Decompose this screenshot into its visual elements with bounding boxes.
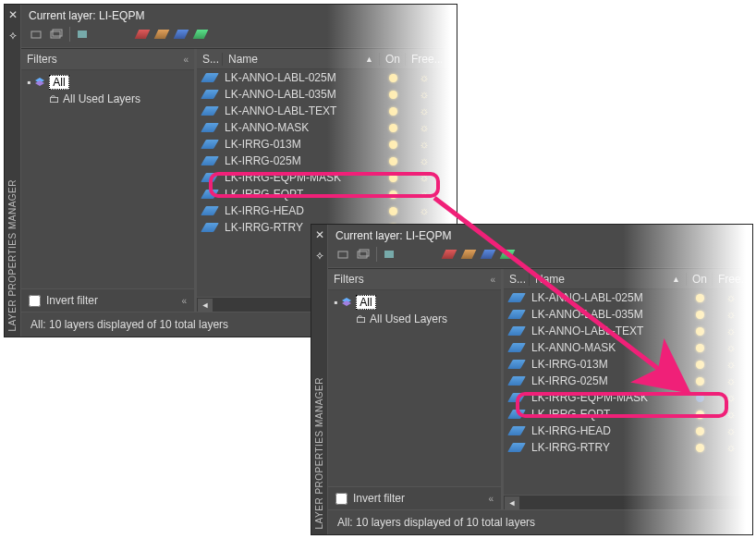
layer-swatch-green[interactable] <box>192 27 209 42</box>
tree-root[interactable]: ▪ All <box>27 74 189 91</box>
collapse-chevron-icon[interactable]: « <box>488 494 494 504</box>
layer-swatch-red[interactable] <box>134 27 151 42</box>
layer-on-toggle[interactable] <box>687 394 713 402</box>
table-row[interactable]: LK-IRRG-EQPT☼ <box>504 406 752 423</box>
layer-swatch-orange[interactable] <box>153 27 170 42</box>
layer-name[interactable]: LK-IRRG-RTRY <box>530 441 687 454</box>
layer-name[interactable]: LK-IRRG-EQPT <box>530 408 687 421</box>
table-row[interactable]: LK-IRRG-EQPT☼ <box>197 186 457 202</box>
layer-freeze-toggle[interactable]: ☼ <box>406 204 443 217</box>
table-row[interactable]: LK-IRRG-RTRY☼ <box>504 439 752 456</box>
layer-on-toggle[interactable] <box>380 74 406 82</box>
table-row[interactable]: LK-IRRG-HEAD☼ <box>504 423 752 439</box>
layer-name[interactable]: LK-ANNO-MASK <box>223 121 380 134</box>
layer-on-toggle[interactable] <box>380 190 406 199</box>
table-row[interactable]: LK-ANNO-LABL-035M☼ <box>197 86 457 103</box>
layer-on-toggle[interactable] <box>687 311 713 319</box>
col-on[interactable]: On <box>687 273 713 286</box>
scroll-left-icon[interactable]: ◄ <box>505 496 519 509</box>
collapse-chevron-icon[interactable]: « <box>181 296 187 306</box>
layer-swatch-green[interactable] <box>499 247 516 262</box>
new-group-icon[interactable] <box>355 247 372 262</box>
layer-on-toggle[interactable] <box>380 174 406 182</box>
col-name[interactable]: Name ▲ <box>530 273 687 286</box>
pin-icon[interactable]: ⟡ <box>6 29 19 42</box>
layer-name[interactable]: LK-IRRG-025M <box>530 374 687 387</box>
layer-name[interactable]: LK-IRRG-EQPM-MASK <box>223 171 380 184</box>
layer-on-toggle[interactable] <box>687 327 713 336</box>
layer-states-icon[interactable] <box>382 247 398 262</box>
expand-icon[interactable]: ▪ <box>27 76 30 89</box>
new-group-icon[interactable] <box>48 27 65 42</box>
layer-on-toggle[interactable] <box>687 410 713 419</box>
table-row[interactable]: LK-IRRG-025M☼ <box>504 373 752 389</box>
close-icon[interactable]: ✕ <box>6 8 19 21</box>
table-row[interactable]: LK-ANNO-LABL-TEXT☼ <box>504 323 752 339</box>
layer-freeze-toggle[interactable]: ☼ <box>713 291 750 304</box>
layer-on-toggle[interactable] <box>687 294 713 302</box>
table-row[interactable]: LK-ANNO-MASK☼ <box>197 119 457 136</box>
layer-name[interactable]: LK-IRRG-EQPM-MASK <box>530 391 687 404</box>
layer-name[interactable]: LK-ANNO-LABL-TEXT <box>530 325 687 337</box>
layer-freeze-toggle[interactable]: ☼ <box>713 374 750 387</box>
layer-freeze-toggle[interactable]: ☼ <box>406 104 443 117</box>
invert-filter-checkbox[interactable] <box>335 493 348 505</box>
layer-on-toggle[interactable] <box>687 377 713 386</box>
table-row[interactable]: LK-ANNO-LABL-025M☼ <box>504 289 752 306</box>
new-filter-icon[interactable] <box>29 27 45 42</box>
layer-freeze-toggle[interactable]: ☼ <box>713 341 750 354</box>
layer-freeze-toggle[interactable]: ☼ <box>713 408 750 421</box>
table-row[interactable]: LK-IRRG-013M☼ <box>504 356 752 373</box>
tree-child[interactable]: 🗀 All Used Layers <box>27 91 189 107</box>
table-row[interactable]: LK-ANNO-LABL-TEXT☼ <box>197 103 457 119</box>
layer-on-toggle[interactable] <box>380 91 406 99</box>
layer-swatch-blue[interactable] <box>480 247 496 262</box>
col-freeze[interactable]: Free... <box>406 53 443 66</box>
filters-header[interactable]: Filters « <box>328 269 501 290</box>
layer-name[interactable]: LK-ANNO-MASK <box>530 341 687 354</box>
pin-icon[interactable]: ⟡ <box>313 249 326 262</box>
expand-icon[interactable]: ▪ <box>334 296 337 309</box>
layer-freeze-toggle[interactable]: ☼ <box>406 121 443 134</box>
table-row[interactable]: LK-ANNO-LABL-035M☼ <box>504 306 752 323</box>
layer-name[interactable]: LK-IRRG-013M <box>223 138 380 151</box>
layer-swatch-orange[interactable] <box>460 247 477 262</box>
invert-filter-checkbox[interactable] <box>29 295 41 307</box>
layer-freeze-toggle[interactable]: ☼ <box>406 188 443 201</box>
table-row[interactable]: LK-IRRG-HEAD☼ <box>197 202 457 219</box>
layer-swatch-blue[interactable] <box>173 27 189 42</box>
table-row[interactable]: LK-ANNO-MASK☼ <box>504 339 752 356</box>
collapse-chevron-icon[interactable]: « <box>490 275 495 285</box>
layer-freeze-toggle[interactable]: ☼ <box>713 424 750 437</box>
layer-name[interactable]: LK-IRRG-025M <box>223 154 380 167</box>
layer-states-icon[interactable] <box>75 27 91 42</box>
filters-header[interactable]: Filters « <box>21 49 194 70</box>
layer-swatch-red[interactable] <box>441 247 457 262</box>
layer-name[interactable]: LK-IRRG-HEAD <box>223 204 380 217</box>
close-icon[interactable]: ✕ <box>313 228 326 241</box>
layer-on-toggle[interactable] <box>687 361 713 369</box>
col-name[interactable]: Name ▲ <box>223 53 380 66</box>
layer-freeze-toggle[interactable]: ☼ <box>406 138 443 151</box>
layer-on-toggle[interactable] <box>380 124 406 132</box>
layer-on-toggle[interactable] <box>380 157 406 165</box>
table-row[interactable]: LK-IRRG-EQPM-MASK☼ <box>197 169 457 186</box>
layer-freeze-toggle[interactable]: ☼ <box>406 88 443 101</box>
layer-on-toggle[interactable] <box>687 427 713 435</box>
layer-on-toggle[interactable] <box>380 107 406 116</box>
layer-name[interactable]: LK-ANNO-LABL-TEXT <box>223 104 380 117</box>
table-row[interactable]: LK-IRRG-EQPM-MASK☼ <box>504 389 752 406</box>
horizontal-scrollbar[interactable]: ◄ <box>504 495 752 509</box>
layer-freeze-toggle[interactable]: ☼ <box>713 308 750 321</box>
layer-on-toggle[interactable] <box>687 444 713 452</box>
layer-freeze-toggle[interactable]: ☼ <box>406 171 443 184</box>
layer-name[interactable]: LK-ANNO-LABL-025M <box>530 291 687 304</box>
layer-name[interactable]: LK-ANNO-LABL-025M <box>223 71 380 84</box>
layer-name[interactable]: LK-IRRG-HEAD <box>530 424 687 437</box>
scroll-left-icon[interactable]: ◄ <box>198 299 213 312</box>
table-row[interactable]: LK-IRRG-013M☼ <box>197 136 457 153</box>
layer-freeze-toggle[interactable]: ☼ <box>406 154 443 167</box>
layer-on-toggle[interactable] <box>380 141 406 149</box>
layer-freeze-toggle[interactable]: ☼ <box>406 71 443 84</box>
col-status[interactable]: S... <box>504 273 530 286</box>
